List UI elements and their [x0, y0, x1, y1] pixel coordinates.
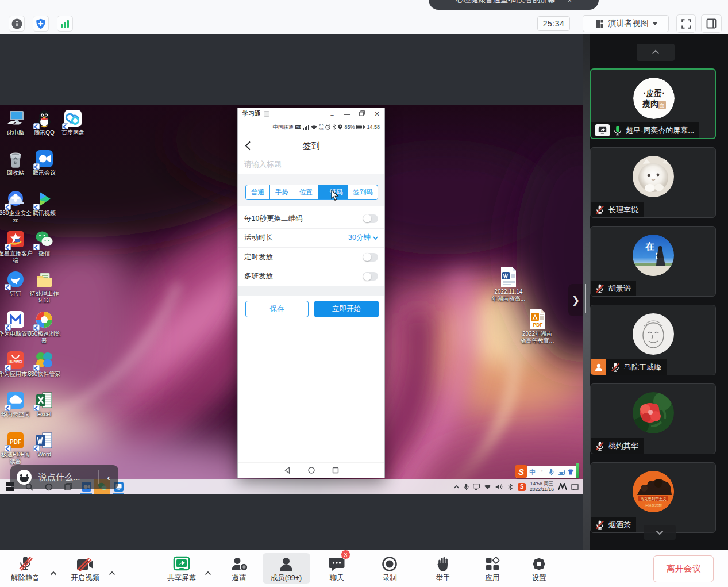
desktop-icon[interactable]: 腾讯视频 [26, 189, 63, 217]
sidebar-collapse-handle[interactable]: ❯ [568, 284, 583, 316]
participant-tile[interactable]: 桃灼其华 [590, 383, 716, 454]
android-nav-bar [238, 462, 384, 478]
title-input-field[interactable]: 请输入标题 [238, 155, 384, 174]
toolbar-mic-muted-button[interactable]: 解除静音 [3, 554, 47, 585]
sogou-skin-icon[interactable] [566, 469, 576, 476]
start-now-button[interactable]: 立即开始 [314, 301, 379, 317]
taskbar-clock[interactable]: 14:58 周三 2022/11/16 [530, 481, 554, 492]
window-restore-icon[interactable] [355, 110, 369, 117]
sogou-logo-icon[interactable]: S [515, 465, 527, 478]
desktop-icon-label: 微信 [26, 250, 63, 257]
android-back-icon[interactable] [284, 467, 291, 474]
fullscreen-button[interactable] [676, 14, 696, 33]
toolbar-expand-chevron-icon[interactable] [50, 567, 57, 578]
desktop-icon[interactable]: Excel [26, 390, 63, 418]
sogou-mic-icon[interactable] [547, 469, 557, 477]
toggle-switch-off[interactable] [363, 272, 378, 281]
tab-普通[interactable]: 普通 [246, 185, 270, 199]
tray-bluetooth-icon[interactable] [507, 484, 514, 490]
action-center-icon[interactable] [571, 484, 579, 490]
toggle-switch-off[interactable] [363, 253, 378, 262]
desktop-icon[interactable]: 腾讯会议 [26, 149, 63, 177]
window-menu-icon[interactable]: ≡ [325, 110, 340, 117]
desktop-icon[interactable]: 360软件管家 [26, 350, 63, 378]
toolbar-share-screen-button[interactable]: 共享屏幕 [160, 554, 203, 585]
tray-touchpad-icon[interactable] [473, 484, 480, 490]
tray-mic-icon[interactable] [464, 484, 469, 490]
security-shield-button[interactable] [33, 16, 49, 32]
worddoc-icon [500, 267, 517, 287]
duration-select[interactable]: 30分钟 [348, 233, 378, 243]
desktop-icon[interactable]: 百度网盘 [55, 109, 91, 136]
save-button[interactable]: 保存 [245, 301, 309, 317]
tooltip-close-icon[interactable]: × [561, 0, 572, 5]
shortcut-arrow-badge [33, 365, 40, 371]
tray-ime-icon[interactable] [558, 483, 567, 490]
view-mode-button[interactable]: 演讲者视图 [583, 15, 669, 32]
attendee-role-badge [591, 359, 606, 375]
cell-signal-icon [303, 125, 309, 130]
folder-icon [34, 270, 54, 289]
android-home-icon[interactable] [308, 467, 315, 474]
tab-手势[interactable]: 手势 [270, 185, 294, 199]
desktop-icon[interactable]: 360极速浏览 器 [26, 310, 63, 344]
chat-overlay-placeholder[interactable]: 说点什么... [38, 472, 98, 483]
tab-签到码[interactable]: 签到码 [348, 185, 378, 199]
android-recents-icon[interactable] [332, 467, 339, 474]
desktop-icon[interactable]: 微信 [26, 229, 63, 257]
participant-tile[interactable]: 马院王威峰 [590, 305, 716, 375]
chat-overlay-collapse-icon[interactable]: ‹ [99, 473, 118, 482]
toggle-sidebar-button[interactable] [701, 14, 722, 33]
toolbar-record-button[interactable]: 录制 [368, 554, 411, 585]
recycle-icon [6, 149, 25, 168]
participants-scroll-down-button[interactable] [644, 525, 676, 540]
setting-label: 多班发放 [244, 271, 273, 281]
desktop-document-icon[interactable]: 2022.11.14 年湖南省高... [487, 267, 530, 302]
network-stats-button[interactable] [57, 16, 73, 32]
participant-name: 桃灼其华 [608, 441, 638, 451]
sogou-chinese-mode-icon[interactable]: 中 [527, 468, 537, 477]
window-minimize-icon[interactable]: — [340, 110, 355, 117]
desktop-icon[interactable]: 待处理工作 9.13 [26, 270, 63, 304]
tray-expand-icon[interactable] [453, 485, 460, 489]
tray-sogou-icon[interactable]: S [518, 483, 526, 491]
leave-meeting-button[interactable]: 离开会议 [653, 555, 714, 582]
desktop-document-icon[interactable]: PDF2022年湖南 省高等教育... [515, 309, 559, 344]
toolbar-invite-button[interactable]: 邀请 [217, 554, 261, 585]
toolbar-apps-button[interactable]: 应用 [471, 554, 514, 585]
mic-muted-icon [595, 205, 605, 215]
alarm-icon [325, 124, 330, 130]
participants-scroll-up-button[interactable] [637, 44, 675, 61]
toolbar-members-button[interactable]: 成员(99+) [264, 554, 308, 585]
participant-tile[interactable]: ·皮蛋·瘦肉面超星-周奕杏的屏幕... [590, 68, 716, 139]
participant-tile[interactable]: 马克思列宁主义毛泽东思想烟酒茶 [590, 462, 716, 533]
desktop-icon[interactable]: Word [26, 431, 63, 458]
document-label: 2022年湖南 省高等教育... [515, 331, 559, 344]
emoji-icon[interactable] [17, 470, 32, 485]
participant-tile[interactable]: 在路胡景谱 [590, 226, 716, 297]
toolbar-expand-chevron-icon[interactable] [205, 567, 211, 578]
toggle-switch-off[interactable] [363, 214, 378, 223]
tab-位置[interactable]: 位置 [294, 185, 318, 199]
camera-off-icon [76, 554, 94, 572]
meeting-info-button[interactable] [9, 16, 25, 32]
sidebar-resize-divider[interactable] [583, 34, 590, 550]
sogou-expand-bar[interactable] [576, 463, 579, 478]
toolbar-chat-button[interactable]: 3聊天 [315, 554, 359, 585]
toolbar-settings-button[interactable]: 设置 [517, 554, 561, 585]
participant-tile[interactable]: 长理李悦 [590, 147, 716, 218]
toolbar-raise-hand-button[interactable]: 举手 [421, 554, 465, 585]
svg-text:毛泽东思想: 毛泽东思想 [645, 503, 662, 507]
sogou-input-toolbar[interactable]: S 中 ’ [516, 466, 579, 478]
sogou-punctuation-icon[interactable]: ’ [537, 469, 547, 476]
sidebar-drag-grip[interactable] [585, 284, 588, 313]
app-window-titlebar[interactable]: 学习通 ≡ — ✕ [238, 108, 384, 120]
mic-muted-icon [595, 441, 605, 451]
meeting-chat-overlay[interactable]: 说点什么... ‹ [10, 465, 118, 489]
window-close-icon[interactable]: ✕ [369, 110, 384, 118]
toolbar-camera-off-button[interactable]: 开启视频 [63, 554, 107, 585]
toolbar-expand-chevron-icon[interactable] [109, 567, 115, 578]
tray-volume-icon[interactable] [495, 484, 503, 490]
sogou-keyboard-icon[interactable] [556, 469, 566, 476]
tray-network-icon[interactable] [484, 484, 491, 490]
